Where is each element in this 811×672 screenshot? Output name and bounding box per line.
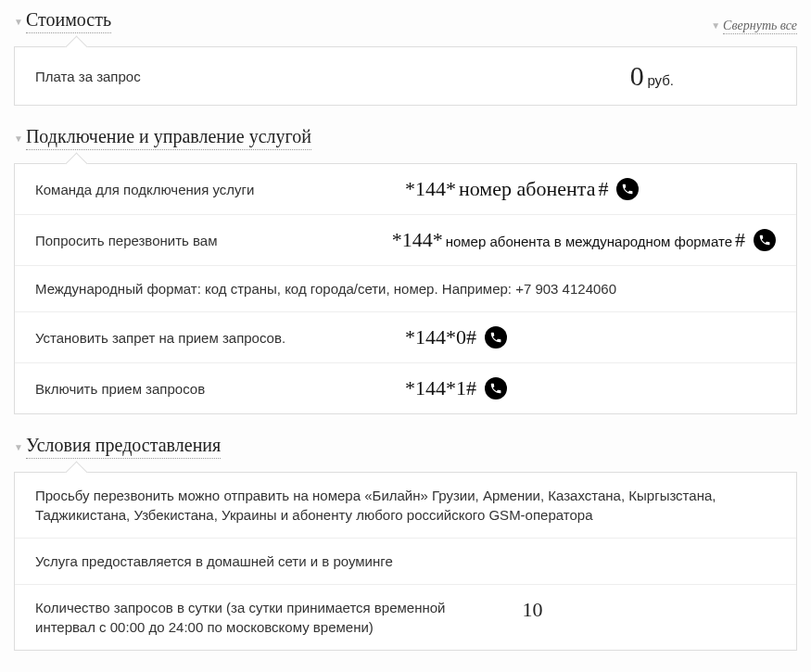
section-title-terms[interactable]: Условия предоставления	[26, 435, 221, 459]
chevron-down-icon[interactable]: ▼	[14, 133, 23, 144]
code-part: *144*1#	[405, 376, 476, 400]
cost-amount: 0	[630, 60, 644, 91]
ussd-code: *144*номер абонента в международном форм…	[392, 228, 776, 252]
manage-row-1: Команда для подключения услуги *144*номе…	[15, 164, 796, 215]
cost-unit: руб.	[647, 72, 674, 88]
terms-row-1: Просьбу перезвонить можно отправить на н…	[15, 473, 796, 539]
panel-terms: Просьбу перезвонить можно отправить на н…	[14, 472, 797, 651]
phone-icon[interactable]	[485, 326, 507, 349]
count-value: 10	[494, 598, 542, 622]
chevron-down-icon[interactable]: ▼	[14, 17, 23, 27]
panel-cost: Плата за запрос 0 руб.	[14, 46, 797, 106]
manage-row-5: Включить прием запросов *144*1#	[15, 363, 796, 413]
manage-row-3: Международный формат: код страны, код го…	[15, 266, 796, 312]
panel-manage: Команда для подключения услуги *144*номе…	[14, 163, 797, 414]
row-label: Попросить перезвонить вам	[35, 231, 392, 250]
terms-row-2: Услуга предоставляется в домашней сети и…	[15, 539, 796, 585]
row-label: Команда для подключения услуги	[35, 180, 405, 199]
code-part: #	[598, 177, 608, 201]
chevron-down-icon[interactable]: ▼	[14, 442, 23, 452]
chevron-down-icon: ▼	[711, 20, 720, 31]
cost-row: Плата за запрос 0 руб.	[15, 47, 796, 105]
row-label: Включить прием запросов	[35, 379, 405, 399]
code-part: *144*	[392, 228, 443, 252]
ussd-code: *144*0#	[405, 325, 776, 349]
code-part: *144*0#	[405, 325, 476, 349]
code-part: #	[735, 228, 745, 252]
section-title-cost[interactable]: Стоимость	[26, 9, 111, 33]
phone-icon[interactable]	[754, 229, 776, 251]
manage-row-2: Попросить перезвонить вам *144*номер або…	[15, 215, 796, 266]
row-label: Количество запросов в сутки (за сутки пр…	[35, 598, 494, 637]
phone-icon[interactable]	[485, 377, 507, 399]
code-part: номер абонента в международном формате	[446, 234, 732, 249]
code-part: *144*	[405, 177, 456, 201]
row-label: Установить запрет на прием запросов.	[35, 328, 405, 348]
section-title-manage[interactable]: Подключение и управление услугой	[26, 126, 311, 150]
code-part: номер абонента	[459, 177, 595, 201]
cost-label: Плата за запрос	[35, 67, 355, 86]
ussd-code: *144*номер абонента#	[405, 177, 776, 201]
manage-row-4: Установить запрет на прием запросов. *14…	[15, 312, 796, 363]
collapse-all-link[interactable]: Свернуть все	[723, 19, 797, 34]
phone-icon[interactable]	[616, 178, 639, 200]
terms-row-3: Количество запросов в сутки (за сутки пр…	[15, 585, 796, 650]
cost-value: 0 руб.	[355, 60, 777, 92]
ussd-code: *144*1#	[405, 376, 776, 400]
